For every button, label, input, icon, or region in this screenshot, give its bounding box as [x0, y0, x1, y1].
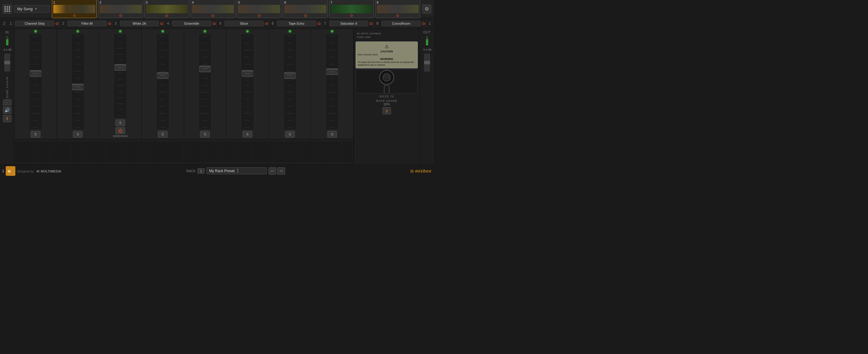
- ch-name-3[interactable]: White 2A: [120, 21, 159, 26]
- fader-track-7: [283, 34, 297, 130]
- solo-button-8[interactable]: S: [327, 131, 337, 138]
- tick: [286, 50, 293, 50]
- led-2: [76, 30, 79, 33]
- vent: [94, 142, 104, 162]
- vent: [173, 142, 183, 162]
- preset-name-box[interactable]: My Rack Preset ▲ ▼: [207, 167, 267, 174]
- vent: [297, 142, 307, 162]
- ik-branding: IK Designed by IK MULTIMEDIA: [6, 166, 61, 176]
- ch-power-2[interactable]: ⏻: [108, 22, 111, 25]
- ch-name-5[interactable]: Slicer: [224, 21, 264, 26]
- preset-slot-5[interactable]: 5 ⏻: [237, 0, 281, 18]
- ch-power-7[interactable]: ⏻: [370, 22, 373, 25]
- designed-by-text: Designed by IK MULTIMEDIA: [17, 168, 61, 174]
- channel-strip-5: S: [184, 29, 227, 139]
- right-fader-thumb[interactable]: [424, 61, 430, 64]
- mixbox-text: mixbox: [415, 169, 432, 173]
- eq-button[interactable]: |||: [3, 115, 11, 122]
- preset-up-arrow[interactable]: ▲: [237, 168, 239, 171]
- tick: [118, 36, 123, 36]
- preset-slot-2[interactable]: 2 ⏻: [98, 0, 143, 18]
- tick: [32, 92, 39, 93]
- ik-logo: IK: [6, 166, 16, 176]
- grid-icon[interactable]: [2, 4, 12, 14]
- ch-power-6[interactable]: ⏻: [317, 22, 321, 25]
- info-button[interactable]: ℹ: [2, 169, 4, 173]
- vent: [195, 142, 206, 162]
- vu-seg: [426, 41, 428, 42]
- solo-button-2[interactable]: S: [73, 131, 83, 138]
- solo-button-3[interactable]: S: [116, 119, 125, 126]
- ch-name-1[interactable]: Channel Strip: [15, 21, 54, 26]
- song-selector[interactable]: My Song ▼: [14, 5, 50, 13]
- left-fader[interactable]: [4, 54, 10, 72]
- solo-button-1[interactable]: S: [31, 131, 40, 138]
- preset-slot-1[interactable]: 1 ⏻: [52, 0, 97, 18]
- ch-slot-1: 1 Channel Strip ⏻: [8, 21, 59, 26]
- vent: [330, 142, 341, 162]
- slot-thumb-6: [284, 5, 326, 13]
- preset-slot-6[interactable]: 6 ⏻: [283, 0, 328, 18]
- caution-icon: ⚠: [358, 44, 415, 50]
- vent: [319, 142, 330, 162]
- ch-name-8[interactable]: ConvoRoom: [381, 21, 421, 26]
- preset-slot-3[interactable]: 3 ⏻: [144, 0, 189, 18]
- right-fader[interactable]: [424, 54, 430, 72]
- solo-button-4[interactable]: S: [158, 131, 167, 138]
- tick: [287, 43, 292, 43]
- speaker-button[interactable]: 🔊: [3, 107, 11, 114]
- preset-down-arrow[interactable]: ▼: [237, 171, 239, 173]
- ch-name-2[interactable]: Filter-M: [67, 21, 107, 26]
- ch-name-6[interactable]: Tape Echo: [277, 21, 316, 26]
- tick: [160, 120, 165, 121]
- fader-handle-5[interactable]: [199, 66, 211, 72]
- tick: [203, 106, 208, 107]
- ch-power-8[interactable]: ⏻: [422, 22, 425, 25]
- ch-num-2: 2: [60, 22, 66, 26]
- fader-handle-6[interactable]: [242, 70, 253, 77]
- tick: [287, 57, 292, 57]
- solo-button-7[interactable]: S: [285, 131, 295, 138]
- ch-name-7[interactable]: Saturator-X: [330, 21, 369, 26]
- tick: [330, 106, 335, 107]
- right-eq-button[interactable]: |||: [382, 107, 391, 114]
- side-minus-button[interactable]: -: [3, 99, 11, 105]
- vent: [27, 142, 37, 162]
- vent: [252, 142, 262, 162]
- preset-slot-7[interactable]: 7 ⏻: [329, 0, 374, 18]
- svg-rect-6: [4, 10, 6, 12]
- preset-slot-8[interactable]: 8 ⏻: [375, 0, 420, 18]
- ac-input-label: AC INPUT: 110V/60Hz: [357, 32, 416, 36]
- tick: [75, 57, 81, 57]
- ch-power-3[interactable]: ⏻: [160, 22, 163, 25]
- ch-name-4[interactable]: Ensemble: [172, 21, 211, 26]
- sidechain-button-3[interactable]: ⏻: [116, 127, 125, 134]
- left-fader-thumb[interactable]: [4, 61, 10, 64]
- fader-ticks-5: [200, 36, 210, 128]
- ch-power-1[interactable]: ⏻: [56, 22, 59, 25]
- back-button[interactable]: ↩: [269, 167, 276, 175]
- led-1: [34, 30, 37, 33]
- fader-handle-8[interactable]: [327, 68, 338, 75]
- solo-button-5[interactable]: S: [200, 131, 210, 138]
- right-sidebar: OUT -5.4 dB: [420, 29, 434, 164]
- ch-power-4[interactable]: ⏻: [213, 22, 216, 25]
- forward-icon: ↪: [280, 169, 283, 173]
- fader-handle-3[interactable]: [115, 64, 126, 71]
- ac-input-area: AC INPUT: 110V/60Hz FUSE: 3.0AT: [355, 31, 418, 40]
- fader-handle-1[interactable]: [30, 70, 41, 77]
- preset-name: My Rack Preset: [209, 169, 235, 173]
- fader-line: [287, 75, 293, 76]
- fader-handle-7[interactable]: [284, 72, 296, 79]
- ch-power-5[interactable]: ⏻: [265, 22, 268, 25]
- tick: [75, 43, 81, 43]
- fader-handle-2[interactable]: [72, 84, 84, 90]
- preset-slot-4[interactable]: 4 ⏻: [190, 0, 236, 18]
- solo-button-6[interactable]: S: [243, 131, 252, 138]
- svg-rect-4: [7, 8, 8, 10]
- forward-button[interactable]: ↪: [277, 167, 285, 175]
- fader-handle-4[interactable]: [157, 72, 168, 79]
- ch-slot-4: 4 Ensemble ⏻: [165, 21, 216, 26]
- caution-box: ⚠ CAUTION Risk of electric shock. WARNIN…: [355, 41, 418, 68]
- settings-button[interactable]: ⚙: [422, 4, 432, 14]
